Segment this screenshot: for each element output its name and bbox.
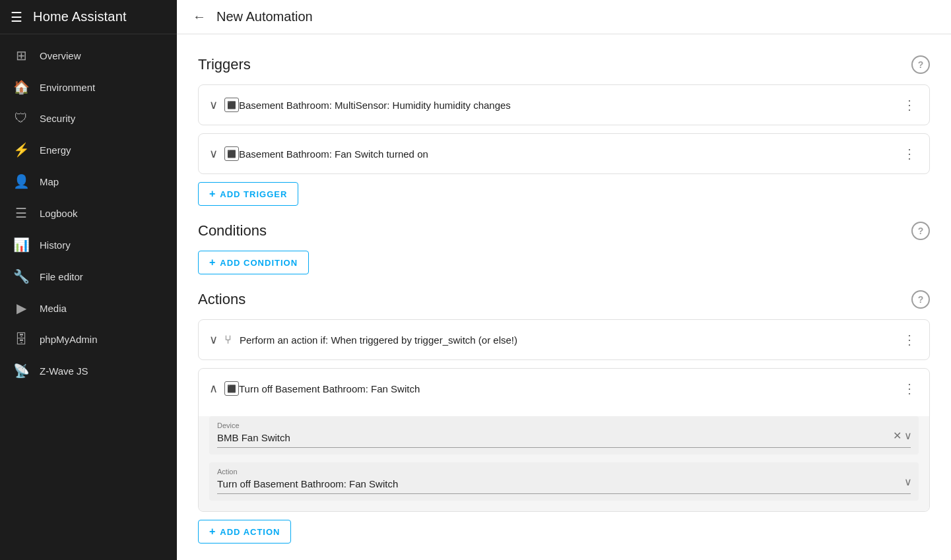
sidebar-item-phpmyadmin[interactable]: 🗄 phpMyAdmin	[0, 324, 177, 355]
trigger-expand-icon-0[interactable]: ∨	[209, 98, 218, 112]
action-row-1: ∧ ⬛ Turn off Basement Bathroom: Fan Swit…	[199, 369, 929, 408]
main-content: ← New Automation Triggers ? ∨ ⬛ Basement…	[177, 0, 951, 560]
action-field-value: Turn off Basement Bathroom: Fan Switch	[217, 478, 911, 489]
topbar: ← New Automation	[177, 0, 951, 34]
conditions-section-header: Conditions ?	[198, 222, 930, 240]
environment-nav-label: Environment	[40, 82, 95, 93]
sidebar-item-map[interactable]: 👤 Map	[0, 166, 177, 197]
actions-title: Actions	[198, 291, 246, 308]
trigger-expand-icon-1[interactable]: ∨	[209, 146, 218, 161]
energy-nav-icon: ⚡	[13, 142, 29, 158]
triggers-help-icon[interactable]: ?	[911, 55, 930, 74]
sidebar-item-environment[interactable]: 🏠 Environment	[0, 71, 177, 103]
add-trigger-plus-icon: +	[209, 188, 216, 200]
app-title: Home Assistant	[33, 9, 127, 24]
device-field-value: BMB Fan Switch	[217, 432, 911, 443]
phpmyadmin-nav-label: phpMyAdmin	[40, 334, 98, 345]
sidebar-nav: ⊞ Overview 🏠 Environment 🛡 Security ⚡ En…	[0, 34, 177, 560]
action-label-0: Perform an action if: When triggered by …	[240, 334, 900, 346]
action-card-0: ∨ ⑂ Perform an action if: When triggered…	[198, 319, 930, 360]
triggers-list: ∨ ⬛ Basement Bathroom: MultiSensor: Humi…	[198, 84, 930, 174]
conditions-help-icon[interactable]: ?	[911, 222, 930, 240]
history-nav-icon: 📊	[13, 237, 29, 253]
map-nav-label: Map	[40, 176, 59, 187]
device-field-clear-icon[interactable]: ✕	[893, 429, 902, 442]
security-nav-label: Security	[40, 113, 75, 124]
action-expanded-1: Device BMB Fan Switch ✕ ∨ Action Turn of…	[199, 416, 929, 511]
overview-nav-label: Overview	[40, 50, 81, 61]
add-trigger-label: ADD TRIGGER	[220, 189, 287, 199]
file_editor-nav-icon: 🔧	[13, 268, 29, 284]
device-field-label: Device	[217, 421, 911, 429]
sidebar-item-energy[interactable]: ⚡ Energy	[0, 134, 177, 166]
action-field-underline	[217, 493, 911, 494]
triggers-section-header: Triggers ?	[198, 55, 930, 74]
action-card-1: ∧ ⬛ Turn off Basement Bathroom: Fan Swit…	[198, 368, 930, 512]
media-nav-label: Media	[40, 303, 67, 314]
action-label-1: Turn off Basement Bathroom: Fan Switch	[239, 383, 900, 394]
trigger-row-1: ∨ ⬛ Basement Bathroom: Fan Switch turned…	[199, 134, 929, 173]
sidebar-item-logbook[interactable]: ☰ Logbook	[0, 197, 177, 229]
sidebar-item-overview[interactable]: ⊞ Overview	[0, 40, 177, 71]
action-field-label: Action	[217, 468, 911, 476]
trigger-label-1: Basement Bathroom: Fan Switch turned on	[239, 148, 900, 160]
menu-icon[interactable]: ☰	[11, 9, 22, 25]
sidebar-item-media[interactable]: ▶ Media	[0, 292, 177, 324]
trigger-row-0: ∨ ⬛ Basement Bathroom: MultiSensor: Humi…	[199, 85, 929, 125]
action-row-0: ∨ ⑂ Perform an action if: When triggered…	[199, 320, 929, 359]
add-condition-button[interactable]: + ADD CONDITION	[198, 251, 309, 274]
sidebar-item-file_editor[interactable]: 🔧 File editor	[0, 261, 177, 292]
trigger-label-0: Basement Bathroom: MultiSensor: Humidity…	[239, 100, 900, 111]
content-area: Triggers ? ∨ ⬛ Basement Bathroom: MultiS…	[177, 34, 951, 560]
add-action-label: ADD ACTION	[220, 527, 280, 537]
map-nav-icon: 👤	[13, 173, 29, 189]
add-action-plus-icon: +	[209, 526, 216, 538]
action-expand-icon-0[interactable]: ∨	[209, 332, 218, 347]
zwave-nav-label: Z-Wave JS	[40, 365, 88, 377]
add-action-button[interactable]: + ADD ACTION	[198, 520, 291, 544]
zwave-nav-icon: 📡	[13, 363, 29, 379]
add-condition-plus-icon: +	[209, 257, 216, 268]
device-field-dropdown-icon[interactable]: ∨	[904, 429, 912, 442]
device-field-icons: ✕ ∨	[893, 429, 912, 442]
back-button[interactable]: ←	[193, 9, 206, 24]
sidebar-item-zwave[interactable]: 📡 Z-Wave JS	[0, 355, 177, 387]
history-nav-label: History	[40, 239, 71, 251]
sidebar: ☰ Home Assistant ⊞ Overview 🏠 Environmen…	[0, 0, 177, 560]
overview-nav-icon: ⊞	[13, 47, 29, 63]
logbook-nav-label: Logbook	[40, 208, 78, 219]
page-title: New Automation	[216, 9, 313, 24]
conditions-title: Conditions	[198, 222, 267, 239]
sidebar-header: ☰ Home Assistant	[0, 0, 177, 34]
energy-nav-label: Energy	[40, 144, 71, 156]
security-nav-icon: 🛡	[13, 111, 29, 126]
actions-help-icon[interactable]: ?	[911, 290, 930, 309]
add-trigger-button[interactable]: + ADD TRIGGER	[198, 182, 298, 206]
actions-section-header: Actions ?	[198, 290, 930, 309]
action-field-group: Action Turn off Basement Bathroom: Fan S…	[209, 462, 919, 501]
action-fork-icon-0: ⑂	[224, 333, 232, 347]
trigger-menu-icon-0[interactable]: ⋮	[900, 94, 919, 115]
action-field-dropdown-icon[interactable]: ∨	[904, 476, 912, 488]
trigger-card-0: ∨ ⬛ Basement Bathroom: MultiSensor: Humi…	[198, 84, 930, 125]
trigger-menu-icon-1[interactable]: ⋮	[900, 143, 919, 164]
device-field-underline	[217, 447, 911, 448]
sidebar-item-security[interactable]: 🛡 Security	[0, 103, 177, 134]
sidebar-item-history[interactable]: 📊 History	[0, 229, 177, 261]
device-field-group: Device BMB Fan Switch ✕ ∨	[209, 416, 919, 454]
phpmyadmin-nav-icon: 🗄	[13, 332, 29, 347]
trigger-card-1: ∨ ⬛ Basement Bathroom: Fan Switch turned…	[198, 133, 930, 174]
logbook-nav-icon: ☰	[13, 205, 29, 221]
action-expand-icon-1[interactable]: ∧	[209, 381, 218, 396]
triggers-title: Triggers	[198, 56, 251, 73]
file_editor-nav-label: File editor	[40, 271, 83, 282]
actions-list: ∨ ⑂ Perform an action if: When triggered…	[198, 319, 930, 512]
environment-nav-icon: 🏠	[13, 79, 29, 95]
action-menu-icon-0[interactable]: ⋮	[900, 329, 919, 350]
action-field-icons: ∨	[904, 476, 912, 488]
media-nav-icon: ▶	[13, 300, 29, 316]
action-menu-icon-1[interactable]: ⋮	[900, 378, 919, 399]
add-condition-label: ADD CONDITION	[220, 258, 298, 268]
